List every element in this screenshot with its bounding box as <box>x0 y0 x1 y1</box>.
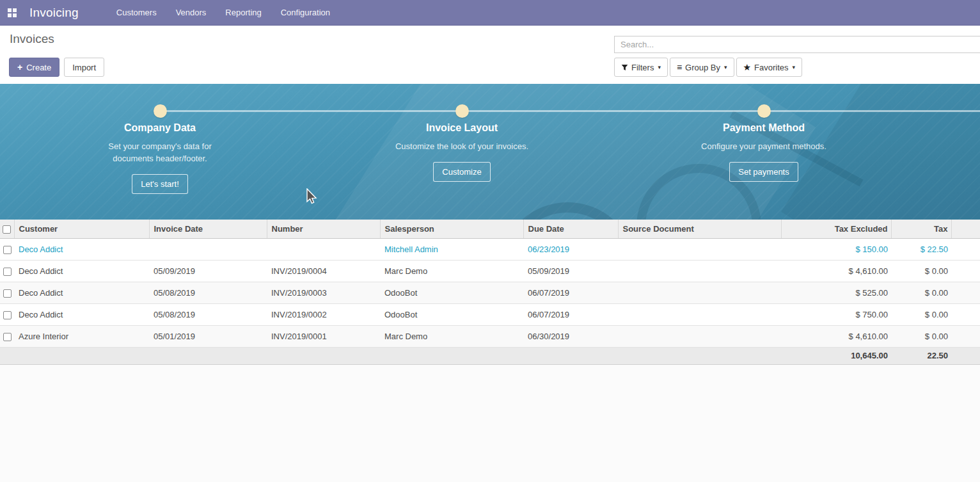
cell-number[interactable]: INV/2019/0001 <box>267 325 380 347</box>
app-title: Invoicing <box>29 6 79 20</box>
cell-invoice-date[interactable]: 05/09/2019 <box>149 260 267 282</box>
table-row[interactable]: Deco Addict 05/08/2019 INV/2019/0003 Odo… <box>0 282 980 303</box>
caret-down-icon: ▾ <box>658 64 661 70</box>
cell-salesperson[interactable]: Marc Demo <box>380 325 523 347</box>
table-row[interactable]: Azure Interior 05/01/2019 INV/2019/0001 … <box>0 325 980 347</box>
cell-tax-excluded[interactable]: $ 525.00 <box>781 282 891 303</box>
cell-invoice-date[interactable]: 05/01/2019 <box>149 325 267 347</box>
cell-salesperson[interactable]: Marc Demo <box>380 260 523 282</box>
column-header-customer[interactable]: Customer <box>14 220 149 238</box>
step-title: Payment Method <box>655 122 873 134</box>
cell-invoice-date[interactable]: 05/08/2019 <box>149 303 267 325</box>
filters-button[interactable]: Filters ▾ <box>614 58 668 77</box>
cell-tax[interactable]: $ 0.00 <box>891 303 951 325</box>
total-tax: 22.50 <box>891 347 951 364</box>
cell-customer[interactable]: Deco Addict <box>14 238 149 260</box>
control-panel: Invoices + Create Import Filters ▾ ≡ Gro… <box>0 26 980 84</box>
cell-salesperson[interactable]: Mitchell Admin <box>380 238 523 260</box>
favorites-button-label: Favorites <box>754 63 788 72</box>
column-header-tax[interactable]: Tax <box>891 220 951 238</box>
star-icon: ★ <box>743 63 752 72</box>
create-button[interactable]: + Create <box>9 58 59 77</box>
cell-source-document[interactable] <box>618 260 781 282</box>
group-by-button-label: Group By <box>685 63 720 72</box>
cell-tax[interactable]: $ 0.00 <box>891 282 951 303</box>
cell-customer[interactable]: Deco Addict <box>14 303 149 325</box>
column-header-number[interactable]: Number <box>267 220 380 238</box>
set-payments-button[interactable]: Set payments <box>729 162 798 182</box>
cell-invoice-date[interactable]: 05/08/2019 <box>149 282 267 303</box>
cell-due-date[interactable]: 06/07/2019 <box>523 282 618 303</box>
top-navbar: Invoicing Customers Vendors Reporting Co… <box>0 0 980 26</box>
onboarding-step-invoice-layout: Invoice Layout Customize the look of you… <box>353 122 571 182</box>
row-checkbox[interactable] <box>3 311 12 319</box>
cell-due-date[interactable]: 06/07/2019 <box>523 303 618 325</box>
cell-salesperson[interactable]: OdooBot <box>380 303 523 325</box>
step-description: Configure your payment methods. <box>696 140 832 152</box>
create-button-label: Create <box>26 63 51 72</box>
step-description: Customize the look of your invoices. <box>394 140 530 152</box>
cell-tax-excluded[interactable]: $ 150.00 <box>781 238 891 260</box>
table-row[interactable]: Deco Addict Mitchell Admin 06/23/2019 $ … <box>0 238 980 260</box>
cell-number[interactable]: INV/2019/0004 <box>267 260 380 282</box>
row-checkbox[interactable] <box>3 268 12 276</box>
cell-tax-excluded[interactable]: $ 4,610.00 <box>781 325 891 347</box>
caret-down-icon: ▾ <box>724 64 727 70</box>
cell-invoice-date[interactable] <box>149 238 267 260</box>
row-checkbox[interactable] <box>3 333 12 341</box>
menu-vendors[interactable]: Vendors <box>166 0 216 26</box>
import-button[interactable]: Import <box>64 58 104 77</box>
cell-source-document[interactable] <box>618 325 781 347</box>
cell-number[interactable]: INV/2019/0002 <box>267 303 380 325</box>
cell-tax[interactable]: $ 0.00 <box>891 325 951 347</box>
column-header-tax-excluded[interactable]: Tax Excluded <box>781 220 891 238</box>
group-by-button[interactable]: ≡ Group By ▾ <box>670 58 734 77</box>
cell-source-document[interactable] <box>618 238 781 260</box>
cell-customer[interactable]: Azure Interior <box>14 325 149 347</box>
table-row[interactable]: Deco Addict 05/08/2019 INV/2019/0002 Odo… <box>0 303 980 325</box>
apps-menu-button[interactable] <box>0 0 24 26</box>
total-tax-excluded: 10,645.00 <box>781 347 891 364</box>
cell-due-date[interactable]: 06/30/2019 <box>523 325 618 347</box>
step-title: Company Data <box>51 122 269 134</box>
cell-tax[interactable]: $ 0.00 <box>891 260 951 282</box>
column-header-due-date[interactable]: Due Date <box>523 220 618 238</box>
column-header-invoice-date[interactable]: Invoice Date <box>149 220 267 238</box>
row-checkbox[interactable] <box>3 289 12 298</box>
cell-customer[interactable]: Deco Addict <box>14 260 149 282</box>
select-all-checkbox[interactable] <box>3 225 11 234</box>
onboarding-banner: Company Data Set your company's data for… <box>0 84 980 220</box>
column-header-salesperson[interactable]: Salesperson <box>380 220 523 238</box>
cell-tax-excluded[interactable]: $ 4,610.00 <box>781 260 891 282</box>
cell-customer[interactable]: Deco Addict <box>14 282 149 303</box>
menu-reporting[interactable]: Reporting <box>216 0 271 26</box>
lets-start-button[interactable]: Let's start! <box>132 174 188 194</box>
onboarding-timeline <box>160 110 980 112</box>
cell-salesperson[interactable]: OdooBot <box>380 282 523 303</box>
page-title: Invoices <box>10 32 54 46</box>
onboarding-step-company-data: Company Data Set your company's data for… <box>51 122 269 194</box>
cell-tax[interactable]: $ 22.50 <box>891 238 951 260</box>
column-header-source-document[interactable]: Source Document <box>618 220 781 238</box>
customize-button[interactable]: Customize <box>433 162 490 182</box>
step-dot-payment-method <box>757 104 771 118</box>
cell-number[interactable] <box>267 238 380 260</box>
cell-source-document[interactable] <box>618 282 781 303</box>
menu-configuration[interactable]: Configuration <box>271 0 340 26</box>
banner-decor-glasses-lens <box>499 202 636 220</box>
step-description: Set your company's data for documents he… <box>92 140 228 165</box>
onboarding-step-payment-method: Payment Method Configure your payment me… <box>655 122 873 182</box>
menu-customers[interactable]: Customers <box>107 0 166 26</box>
caret-down-icon: ▾ <box>793 64 796 70</box>
table-row[interactable]: Deco Addict 05/09/2019 INV/2019/0004 Mar… <box>0 260 980 282</box>
cell-tax-excluded[interactable]: $ 750.00 <box>781 303 891 325</box>
step-dot-company-data <box>154 104 167 118</box>
table-footer-row: 10,645.00 22.50 <box>0 347 980 364</box>
cell-number[interactable]: INV/2019/0003 <box>267 282 380 303</box>
cell-due-date[interactable]: 06/23/2019 <box>523 238 618 260</box>
favorites-button[interactable]: ★ Favorites ▾ <box>736 58 803 77</box>
cell-source-document[interactable] <box>618 303 781 325</box>
cell-due-date[interactable]: 05/09/2019 <box>523 260 618 282</box>
search-input[interactable] <box>614 36 980 53</box>
row-checkbox[interactable] <box>3 246 12 254</box>
